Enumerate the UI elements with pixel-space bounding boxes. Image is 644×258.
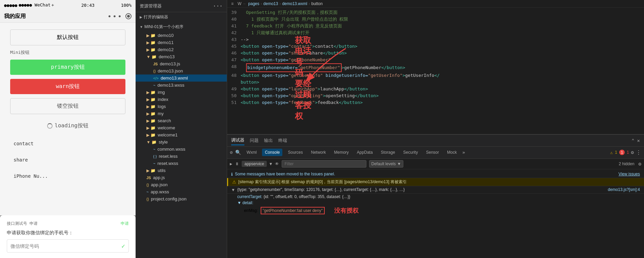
file-demo13-js-label: demo13.js [160, 61, 180, 66]
status-signal: ●●●●● ●●●●● WeChat＋ [4, 2, 55, 8]
file-demo13-json[interactable]: {} demo13.json [136, 67, 227, 74]
expand-icon[interactable]: ⌃ [631, 138, 634, 143]
check-icon: ✓ [121, 242, 125, 250]
log-source-link[interactable]: demo13.js?[sm]:4 [608, 187, 640, 192]
no-entry-icon[interactable]: ⊘ [230, 150, 233, 155]
appservice-dropdown[interactable]: ▼ [269, 162, 272, 166]
error-count: 1 [627, 150, 629, 155]
file-demo13-wxss[interactable]: ~ demo13.wxss [136, 82, 227, 89]
console-expand-icon[interactable]: ▶ [230, 162, 232, 166]
code-line-51: 51 <button open-type="feedback">feedback… [227, 99, 644, 106]
file-project-config-label: project.config.json [151, 196, 186, 201]
folder-demo10[interactable]: ▶ 📁 demo10 [136, 32, 227, 39]
more-tabs-icon[interactable]: » [462, 150, 465, 155]
explorer-more-icon[interactable]: ··· [213, 3, 223, 9]
filter-icon[interactable]: 🔍 [235, 150, 241, 155]
folder-img[interactable]: ▶ 📁 img [136, 89, 227, 96]
folder-welcome[interactable]: ▶ 📁 welcome [136, 124, 227, 131]
tab-sensor[interactable]: Sensor [423, 149, 442, 156]
folder-style-label: style [159, 139, 168, 145]
console-detail-currenttarget: currentTarget: {id: "", offsetLeft: 0, o… [227, 194, 644, 200]
folder-logs[interactable]: ▶ 📁 logs [136, 103, 227, 110]
code-line-49: 49 <button open-type="launchApp">launchA… [227, 86, 644, 92]
project-chevron: ▼ [140, 25, 143, 29]
breadcrumb-pages[interactable]: pages [248, 1, 259, 6]
tab-terminal[interactable]: 终端 [278, 136, 287, 145]
tab-security[interactable]: Security [401, 149, 421, 156]
folder-my[interactable]: ▶ 📁 my [136, 110, 227, 117]
share-button[interactable]: share [10, 154, 125, 166]
tab-storage[interactable]: Storage [378, 149, 398, 156]
file-app-wxss[interactable]: ~ app.wxss [136, 188, 227, 195]
file-reset-wxss[interactable]: ~ reset.wxss [136, 160, 227, 167]
folder-icon: ▼ 📁 [146, 55, 157, 59]
title-dots[interactable]: ••• [107, 12, 123, 20]
console-stop-icon[interactable]: ⏸ [235, 162, 239, 166]
breadcrumb-wxml[interactable]: demo13.wxml [282, 1, 307, 6]
view-issues-link[interactable]: View issues [619, 172, 640, 176]
settings-icon[interactable]: ⚙ [631, 150, 634, 155]
tab-appdata[interactable]: AppData [354, 149, 376, 156]
breadcrumb-arrow1: ← [243, 1, 247, 6]
folder-utils[interactable]: ▶ 📁 utils [136, 167, 227, 174]
file-app-js[interactable]: JS app.js [136, 174, 227, 181]
default-button[interactable]: 默认按钮 [10, 29, 125, 45]
phone-title-bar: 我的应用 ••• [0, 10, 136, 23]
folder-demo12[interactable]: ▶ 📁 demo12 [136, 46, 227, 53]
js-icon: JS [146, 176, 151, 180]
tab-network[interactable]: Network [308, 149, 329, 156]
folder-demo13[interactable]: ▼ 📁 demo13 [136, 53, 227, 60]
modal-apply-button[interactable]: 申请 [121, 221, 129, 227]
file-reset-less[interactable]: { } reset.less [136, 153, 227, 160]
folder-index[interactable]: ▶ 📁 index [136, 96, 227, 103]
expand-arrow-icon[interactable]: ▼ [231, 188, 235, 192]
loading-button[interactable]: loading按钮 [10, 118, 125, 133]
file-app-js-label: app.js [153, 175, 165, 180]
console-filter-input[interactable] [282, 160, 366, 168]
eye-icon[interactable]: 👁 [275, 162, 279, 166]
tab-issues[interactable]: 问题 [250, 136, 259, 145]
tab-debugger[interactable]: 调试器 [231, 136, 244, 145]
file-demo13-js[interactable]: JS demo13.js [136, 60, 227, 67]
file-project-config[interactable]: {} project.config.json [136, 195, 227, 202]
folder-style[interactable]: ▼ 📁 style [136, 138, 227, 146]
tab-output[interactable]: 输出 [264, 136, 273, 145]
folder-demo11[interactable]: ▶ 📁 demo11 [136, 39, 227, 46]
file-app-json-label: app.json [151, 182, 167, 187]
file-common-wxss[interactable]: ~ common.wxss [136, 146, 227, 153]
tab-sources[interactable]: Sources [285, 149, 305, 156]
more-icon[interactable]: ⋮ [636, 149, 641, 156]
folder-search[interactable]: ▶ 📁 search [136, 117, 227, 124]
warn-button[interactable]: warn按钮 [10, 79, 125, 94]
primary-button[interactable]: primary按钮 [10, 60, 125, 75]
default-levels-dropdown[interactable]: Default levels ▼ [369, 160, 404, 168]
record-button[interactable] [125, 13, 132, 19]
code-line-48: 48 bindgetphonenumber="getPhoneNumber">g… [227, 63, 644, 72]
console-msg-info: ℹ Some messages have been moved to the I… [227, 171, 644, 178]
contact-button[interactable]: contact [10, 137, 125, 150]
breadcrumb: ≡ W ← pages › demo13 › demo13.wxml › but… [227, 0, 644, 8]
project-label: MINI-01第一个小程序 [144, 24, 183, 30]
open-editors-section[interactable]: ▶ 打开的编辑器 [136, 12, 227, 22]
console-settings-icon[interactable]: ⚙ [639, 161, 641, 167]
breadcrumb-demo13[interactable]: demo13 [263, 1, 278, 6]
console-msg-warn: ⚠ [sitemap 索引情况提示] 根据 sitemap 的规则[0]，当前页… [227, 178, 644, 186]
tab-mock[interactable]: Mock [444, 149, 460, 156]
folder-icon: ▼ 📁 [146, 140, 157, 145]
hollow-button[interactable]: 镂空按钮 [10, 98, 125, 114]
console-messages: ℹ Some messages have been moved to the I… [227, 169, 644, 258]
folder-welcome1[interactable]: ▶ 📁 welcome1 [136, 131, 227, 138]
tab-memory[interactable]: Memory [331, 149, 351, 156]
close-icon[interactable]: ✕ [637, 138, 640, 143]
status-time: 20:43 [81, 3, 95, 8]
code-area[interactable]: 39 OpenSetting 打开/关闭授权页面，授权页面 40 1 授权页面中… [227, 8, 644, 134]
wechat-phone-input[interactable] [11, 243, 119, 249]
wxss-icon: ~ [153, 147, 155, 151]
file-app-json[interactable]: {} app.json [136, 181, 227, 188]
hidden-badge: 2 hidden [619, 162, 635, 166]
tab-wxml[interactable]: Wxml [244, 149, 259, 156]
project-section[interactable]: ▼ MINI-01第一个小程序 [136, 22, 227, 32]
phonenum-button[interactable]: iPhone Nu... [10, 170, 125, 182]
file-demo13-wxml[interactable]: </> demo13.wxml [136, 74, 227, 82]
tab-console[interactable]: Console [262, 149, 282, 156]
